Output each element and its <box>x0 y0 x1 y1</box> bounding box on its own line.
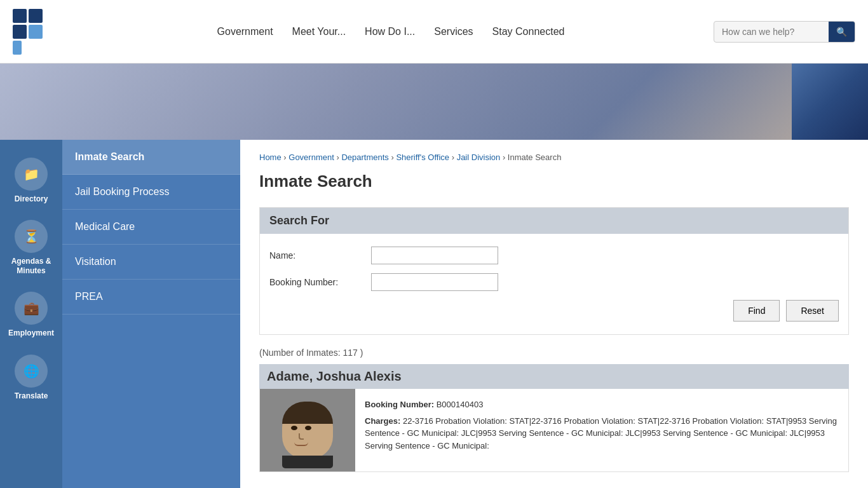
inmate-details: Booking Number: B000140403 Charges: 22-3… <box>355 389 848 471</box>
agendas-icon: ⏳ <box>15 220 48 253</box>
inmate-body: Booking Number: B000140403 Charges: 22-3… <box>259 389 849 472</box>
inmate-entry: Adame, Joshua Alexis Booking N <box>259 364 849 472</box>
nav-how-do-i[interactable]: How Do I... <box>365 26 415 37</box>
content-area: Home › Government › Departments › Sherif… <box>240 140 868 488</box>
form-buttons: Find Reset <box>269 300 839 322</box>
name-label: Name: <box>269 250 371 261</box>
booking-number-line: Booking Number: B000140403 <box>365 398 839 411</box>
directory-icon: 📁 <box>15 158 48 191</box>
hero-banner <box>0 64 868 140</box>
secondary-nav: Inmate Search Jail Booking Process Medic… <box>62 140 240 488</box>
logo-squares <box>13 9 43 55</box>
header-search-button[interactable]: 🔍 <box>829 22 855 42</box>
booking-form-row: Booking Number: <box>269 273 839 291</box>
search-section-header: Search For <box>260 208 848 234</box>
inmate-face <box>276 395 339 465</box>
logo[interactable] <box>13 9 43 55</box>
search-section: Search For Name: Booking Number: Find Re… <box>259 207 849 335</box>
nav-meet-your[interactable]: Meet Your... <box>292 26 346 37</box>
header: Government Meet Your... How Do I... Serv… <box>0 0 868 64</box>
sidebar-item-employment-label: Employment <box>8 329 54 337</box>
breadcrumb: Home › Government › Departments › Sherif… <box>259 152 849 162</box>
find-button[interactable]: Find <box>733 300 780 322</box>
nav-item-medical-care[interactable]: Medical Care <box>62 210 240 245</box>
employment-icon: 💼 <box>15 292 48 325</box>
inmate-name-header: Adame, Joshua Alexis <box>259 364 849 389</box>
page-title: Inmate Search <box>259 172 849 191</box>
name-form-row: Name: <box>269 247 839 264</box>
breadcrumb-government[interactable]: Government <box>288 152 334 162</box>
sidebar-item-directory-label: Directory <box>15 194 48 203</box>
translate-icon: 🌐 <box>15 355 48 388</box>
sidebar-item-translate[interactable]: 🌐 Translate <box>0 349 62 405</box>
nav-stay-connected[interactable]: Stay Connected <box>492 26 565 37</box>
booking-input[interactable] <box>371 273 498 291</box>
header-search-bar: 🔍 <box>714 21 855 43</box>
charges-label: Charges: <box>365 416 400 426</box>
header-search-input[interactable] <box>714 22 829 42</box>
search-form-body: Name: Booking Number: Find Reset <box>260 234 848 334</box>
charges-line: Charges: 22-3716 Probation Violation: ST… <box>365 415 839 452</box>
reset-button[interactable]: Reset <box>786 300 839 322</box>
nav-item-visitation[interactable]: Visitation <box>62 245 240 280</box>
sidebar-item-directory[interactable]: 📁 Directory <box>0 152 62 208</box>
nav-services[interactable]: Services <box>434 26 473 37</box>
nav-item-prea[interactable]: PREA <box>62 280 240 315</box>
inmate-count: (Number of Inmates: 117 ) <box>259 348 849 358</box>
inmate-photo <box>260 389 355 471</box>
breadcrumb-departments[interactable]: Departments <box>341 152 388 162</box>
sidebar-item-agendas-label: Agendas &Minutes <box>11 257 51 275</box>
booking-label: Booking Number: <box>269 277 371 287</box>
charges-value: 22-3716 Probation Violation: STAT|22-371… <box>365 416 837 451</box>
sidebar-item-agendas[interactable]: ⏳ Agendas &Minutes <box>0 215 62 280</box>
main-container: 📁 Directory ⏳ Agendas &Minutes 💼 Employm… <box>0 140 868 488</box>
left-sidebar: 📁 Directory ⏳ Agendas &Minutes 💼 Employm… <box>0 140 62 488</box>
sidebar-item-translate-label: Translate <box>15 391 48 400</box>
breadcrumb-sheriffs-office[interactable]: Sheriff's Office <box>396 152 449 162</box>
breadcrumb-jail-division[interactable]: Jail Division <box>457 152 501 162</box>
search-icon: 🔍 <box>836 27 847 37</box>
nav-item-jail-booking[interactable]: Jail Booking Process <box>62 175 240 210</box>
booking-number-label: Booking Number: <box>365 400 434 409</box>
nav-item-inmate-search[interactable]: Inmate Search <box>62 140 240 175</box>
sidebar-item-employment[interactable]: 💼 Employment <box>0 287 62 342</box>
breadcrumb-home[interactable]: Home <box>259 152 281 162</box>
name-input[interactable] <box>371 247 498 264</box>
main-nav: Government Meet Your... How Do I... Serv… <box>68 26 714 37</box>
nav-government[interactable]: Government <box>217 26 273 37</box>
breadcrumb-current: Inmate Search <box>508 152 562 162</box>
booking-number-value: B000140403 <box>437 400 484 409</box>
